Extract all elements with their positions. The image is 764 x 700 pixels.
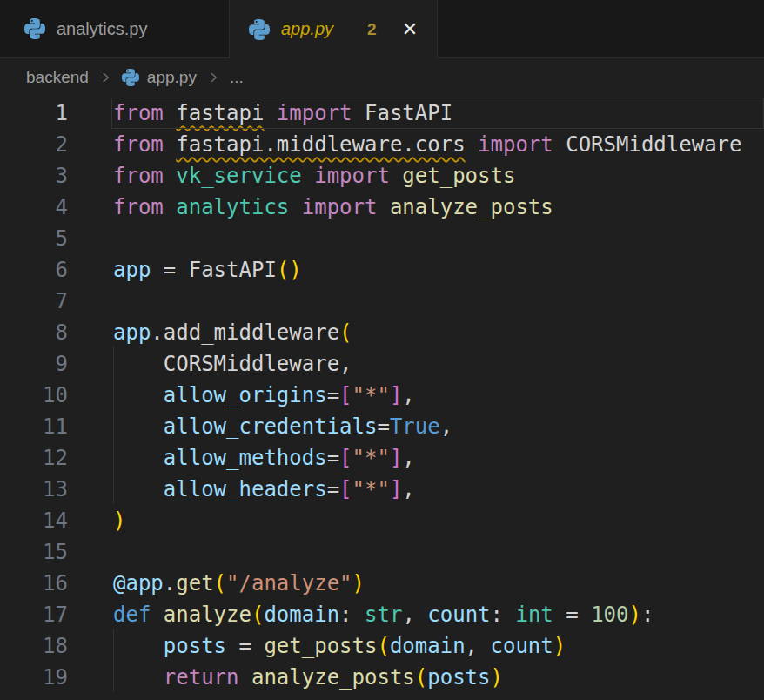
code-content[interactable]: app.add_middleware(: [111, 317, 764, 348]
code-token: :: [641, 602, 653, 627]
code-content[interactable]: @app.get("/analyze"): [111, 568, 764, 599]
code-token: def: [113, 602, 164, 627]
code-token: fastapi: [176, 101, 264, 125]
indent-guide: [113, 634, 164, 658]
code-line: 3from vk_service import get_posts: [0, 160, 764, 192]
code-content[interactable]: def analyze(domain: str, count: int = 10…: [111, 599, 764, 630]
tab-analytics-py[interactable]: analytics.py: [0, 0, 229, 58]
code-content[interactable]: [111, 223, 764, 254]
indent-guide: [113, 414, 164, 439]
line-number: 13: [0, 474, 68, 505]
tab-bar: analytics.py app.py 2 ✕: [0, 0, 764, 58]
code-token: str: [365, 602, 402, 627]
code-token: ,: [402, 477, 414, 501]
code-token: app: [113, 320, 151, 345]
code-token: (): [277, 258, 302, 282]
code-token: analyze: [164, 602, 251, 627]
code-token: ,: [440, 414, 452, 439]
line-number: 15: [0, 536, 68, 568]
code-line: 9 CORSMiddleware,: [0, 348, 764, 380]
code-content[interactable]: from analytics import analyze_posts: [111, 192, 764, 223]
code-line: 11 allow_credentials=True,: [0, 411, 764, 442]
code-content[interactable]: CORSMiddleware,: [111, 348, 764, 380]
code-line: 16@app.get("/analyze"): [0, 568, 764, 599]
code-content[interactable]: from fastapi.middleware.cors import CORS…: [111, 129, 764, 160]
code-token: ): [629, 602, 641, 627]
code-content[interactable]: allow_credentials=True,: [111, 411, 764, 442]
code-content[interactable]: allow_origins=["*"],: [111, 380, 764, 411]
tab-label: app.py: [281, 19, 333, 39]
line-number: 11: [0, 411, 68, 442]
code-token: =: [553, 602, 591, 627]
chevron-right-icon: [205, 70, 221, 85]
code-token: .: [164, 571, 176, 596]
breadcrumb-folder[interactable]: backend: [26, 68, 89, 87]
python-icon: [122, 69, 139, 86]
code-token: posts: [427, 665, 490, 690]
code-editor: 1from fastapi import FastAPI2from fastap…: [0, 97, 764, 693]
code-token: allow_credentials: [164, 414, 378, 439]
code-content[interactable]: posts = get_posts(domain, count): [111, 630, 764, 662]
line-number: 1: [0, 98, 68, 129]
code-content[interactable]: ): [111, 505, 764, 536]
line-number: 4: [0, 192, 68, 223]
breadcrumb-file[interactable]: app.py: [147, 68, 197, 87]
code-token: int: [515, 602, 553, 627]
indent-guide: [113, 477, 164, 501]
code-token: [: [339, 477, 352, 501]
code-content[interactable]: app = FastAPI(): [111, 254, 764, 286]
code-token: analytics: [176, 195, 289, 219]
code-content[interactable]: from fastapi import FastAPI: [111, 98, 764, 129]
code-token: ): [553, 634, 566, 658]
code-token: =: [151, 258, 188, 282]
code-token: =: [327, 383, 339, 407]
code-token: import: [277, 101, 352, 125]
line-number: 9: [0, 348, 68, 380]
code-token: (: [339, 320, 352, 345]
code-token: FastAPI: [189, 258, 277, 282]
code-token: import: [478, 132, 553, 157]
code-token: import: [314, 164, 390, 188]
code-content[interactable]: [111, 536, 764, 568]
indent-guide: [113, 446, 164, 470]
tab-label: analytics.py: [57, 19, 148, 39]
code-token: allow_headers: [164, 477, 327, 501]
code-token: get_posts: [402, 164, 515, 188]
code-content[interactable]: from vk_service import get_posts: [111, 160, 764, 192]
code-content[interactable]: allow_methods=["*"],: [111, 442, 764, 474]
code-token: ): [352, 571, 365, 596]
code-token: [264, 101, 276, 125]
code-token: return: [164, 665, 251, 690]
code-token: [: [339, 383, 352, 407]
tab-bar-empty-space: [438, 0, 764, 58]
code-token: FastAPI: [352, 101, 453, 125]
tab-app-py[interactable]: app.py 2 ✕: [229, 0, 438, 58]
code-line: 15: [0, 536, 764, 568]
code-content[interactable]: [111, 286, 764, 317]
line-number: 16: [0, 568, 68, 599]
code-token: from: [113, 164, 176, 188]
code-token: count: [427, 602, 490, 627]
code-token: ]: [390, 383, 402, 407]
code-token: [377, 195, 389, 219]
code-line: 7: [0, 286, 764, 317]
code-token: [302, 164, 314, 188]
line-number: 19: [0, 662, 68, 693]
indent-guide: [113, 383, 164, 407]
code-token: =: [327, 446, 339, 470]
line-number: 17: [0, 599, 68, 630]
code-content[interactable]: allow_headers=["*"],: [111, 474, 764, 505]
code-line: 4from analytics import analyze_posts: [0, 192, 764, 223]
code-token: =: [226, 634, 264, 658]
vscode-window: analytics.py app.py 2 ✕ backend app.py .…: [0, 0, 764, 700]
code-token: (: [377, 634, 389, 658]
indent-guide: [113, 352, 164, 376]
breadcrumb-symbol-tail[interactable]: ...: [230, 68, 244, 87]
code-content[interactable]: return analyze_posts(posts): [111, 662, 764, 693]
code-token: get_posts: [264, 634, 377, 658]
code-token: fastapi.middleware.cors: [176, 132, 465, 157]
code-token: ): [491, 665, 503, 690]
code-line: 18 posts = get_posts(domain, count): [0, 630, 764, 662]
code-token: @app: [113, 571, 164, 596]
close-icon[interactable]: ✕: [402, 20, 418, 39]
